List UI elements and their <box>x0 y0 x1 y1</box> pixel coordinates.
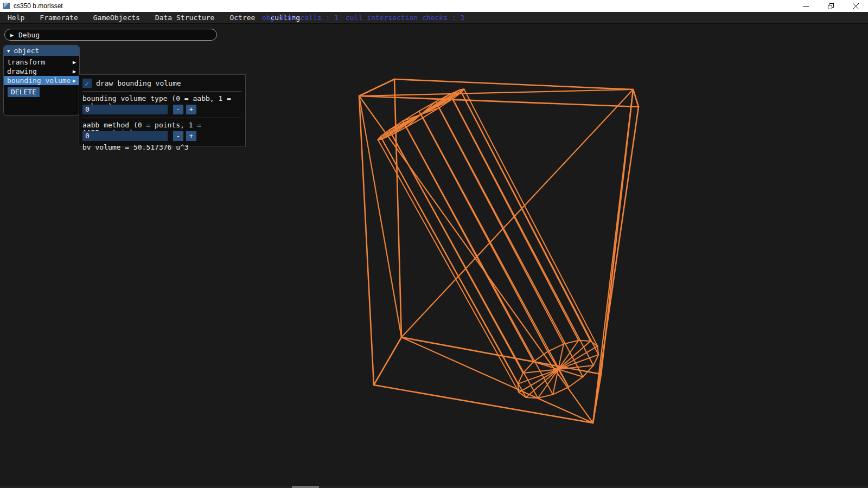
separator <box>82 91 242 92</box>
close-button[interactable] <box>843 0 868 12</box>
app-screen: cs350 b.morisset Help Framerate GameObje… <box>0 0 868 488</box>
wireframe-viewport <box>0 0 868 488</box>
aabb-method-label: aabb method (0 = points, 1 = AABB+matrix… <box>82 121 242 129</box>
os-titlebar: cs350 b.morisset <box>0 0 868 12</box>
menu-item-data-structure[interactable]: Data Structure <box>148 12 222 24</box>
menu-item-framerate[interactable]: Framerate <box>32 12 85 24</box>
menu-item-gameobjects[interactable]: GameObjects <box>86 12 148 24</box>
restore-icon <box>828 3 834 9</box>
bounding-volume-type-label: bounding volume type (0 = aabb, 1 = sphe… <box>82 95 242 102</box>
separator <box>82 118 242 118</box>
menu-item-drawing[interactable]: drawing ▶ <box>4 67 79 76</box>
object-window-titlebar[interactable]: ▼ object <box>4 46 79 56</box>
menu-item-bounding-volume-label: bounding volume <box>7 76 71 85</box>
app-icon <box>3 3 10 9</box>
stat-cull-intersection-checks: cull intersection checks : 3 <box>346 12 464 24</box>
expanded-arrow-icon: ▼ <box>7 48 10 54</box>
object-menu: transform ▶ drawing ▶ bounding volume ▶ … <box>4 56 79 97</box>
bounding-volume-popup: ✓ draw bounding volume bounding volume t… <box>79 74 246 146</box>
aabb-method-decrement-button[interactable]: - <box>173 131 183 141</box>
submenu-arrow-icon: ▶ <box>73 78 76 84</box>
menu-bar: Help Framerate GameObjects Data Structur… <box>0 12 868 24</box>
window-controls <box>793 0 868 12</box>
object-window: ▼ object transform ▶ drawing ▶ bounding … <box>3 45 80 115</box>
window-title: cs350 b.morisset <box>14 2 63 10</box>
delete-button[interactable]: DELETE <box>8 87 40 97</box>
draw-bounding-volume-checkbox[interactable]: ✓ <box>82 79 92 88</box>
submenu-arrow-icon: ▶ <box>73 59 76 65</box>
minimize-button[interactable] <box>793 0 818 12</box>
menu-item-drawing-label: drawing <box>7 67 37 75</box>
debug-header-label: Debug <box>18 31 40 39</box>
bounding-volume-type-decrement-button[interactable]: - <box>173 105 183 114</box>
bounding-volume-type-increment-button[interactable]: + <box>186 105 196 114</box>
restore-button[interactable] <box>818 0 843 12</box>
menu-item-bounding-volume[interactable]: bounding volume ▶ <box>4 76 79 85</box>
minimize-icon <box>803 3 809 9</box>
horizontal-scrollbar[interactable] <box>0 486 868 488</box>
menu-item-help[interactable]: Help <box>0 12 32 24</box>
checkmark-icon: ✓ <box>85 80 89 87</box>
menu-item-octree[interactable]: Octree <box>222 12 263 24</box>
draw-bounding-volume-label: draw bounding volume <box>96 79 181 87</box>
debug-collapsing-header[interactable]: ▶ Debug <box>4 29 217 41</box>
bounding-volume-type-input[interactable]: 0 <box>82 105 168 114</box>
close-icon <box>853 3 859 9</box>
stat-obj-draw-calls: obj draw calls : 1 <box>262 12 339 24</box>
aabb-method-increment-button[interactable]: + <box>186 131 196 141</box>
horizontal-scrollbar-thumb[interactable] <box>292 486 319 488</box>
menu-item-transform-label: transform <box>7 58 45 66</box>
object-window-title: object <box>14 47 39 55</box>
submenu-arrow-icon: ▶ <box>73 68 76 74</box>
aabb-method-input[interactable]: 0 <box>82 131 168 141</box>
bv-volume-readout: bv volume = 50.517376 u^3 <box>82 144 242 151</box>
menu-item-transform[interactable]: transform ▶ <box>4 57 79 67</box>
collapsed-arrow-icon: ▶ <box>10 32 14 38</box>
